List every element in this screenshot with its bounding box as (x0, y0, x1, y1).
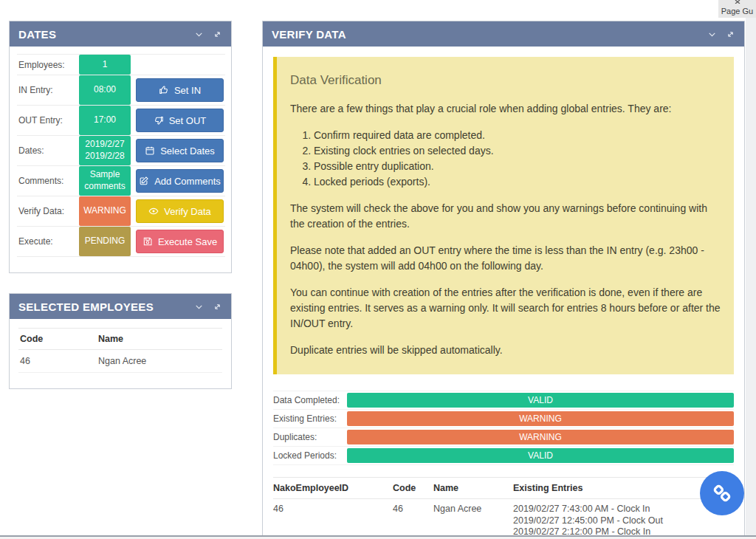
set-in-button[interactable]: Set IN (136, 78, 224, 102)
employees-table-header: Code Name (18, 328, 222, 350)
expand-icon[interactable] (213, 302, 222, 312)
existing-entries-list: 2019/02/27 7:43:00 AM - Clock In 2019/02… (513, 504, 734, 539)
callout-paragraph: The system will check the above for you … (290, 201, 721, 232)
right-gutter (746, 0, 756, 539)
nako-employee-id-cell: 46 (273, 504, 393, 539)
nako-employee-id-header: NakoEmployeeID (273, 483, 393, 493)
status-label: Existing Entries: (273, 413, 347, 424)
save-icon (142, 236, 153, 247)
thumbs-down-icon (154, 115, 164, 126)
code-column-header: Code (20, 334, 98, 344)
callout-paragraph: You can continue with creation of the en… (290, 285, 721, 332)
status-row-locked-periods: Locked Periods: VALID (273, 447, 734, 465)
clock-entry: 2019/02/27 7:43:00 AM - Clock In (513, 504, 734, 515)
set-out-button[interactable]: Set OUT (136, 109, 224, 132)
verify-data-title: VERIFY DATA (272, 28, 346, 41)
collapse-chevron-icon[interactable] (707, 30, 717, 39)
status-row-data-completed: Data Completed: VALID (273, 391, 734, 410)
employees-count-badge: 1 (79, 55, 131, 75)
dates-label: Dates: (17, 136, 79, 165)
selected-employees-header: SELECTED EMPLOYEES (10, 294, 231, 319)
execute-label: Execute: (17, 227, 79, 256)
execute-status-badge: PENDING (79, 227, 131, 256)
dates-row-verify: Verify Data: WARNING Verify Data (17, 196, 225, 226)
execute-save-button[interactable]: Execute Save (136, 230, 224, 253)
expand-icon[interactable] (726, 30, 735, 39)
dates-panel: DATES Employees: 1 IN Entry: 08:00 Set I… (9, 21, 232, 273)
collapse-chevron-icon[interactable] (194, 30, 204, 39)
dates-panel-header: DATES (10, 21, 231, 47)
employee-code: 46 (20, 356, 98, 366)
checklist-item: Possible entry duplication. (314, 159, 721, 174)
status-row-existing-entries: Existing Entries: WARNING (273, 410, 734, 428)
add-comments-button[interactable]: Add Comments (136, 169, 224, 193)
dates-row-employees: Employees: 1 (17, 54, 225, 75)
collapse-chevron-icon[interactable] (194, 302, 204, 312)
comments-value: Sample comments (79, 166, 131, 196)
set-in-label: Set IN (174, 85, 201, 96)
status-label: Locked Periods: (273, 450, 347, 461)
employee-name: Ngan Acree (98, 356, 221, 366)
checklist-item: Confirm required data are completed. (314, 128, 721, 143)
in-entry-label: IN Entry: (17, 75, 79, 105)
employee-row: 46 Ngan Acree (18, 350, 222, 373)
out-entry-value: 17:00 (79, 106, 131, 135)
select-dates-label: Select Dates (160, 145, 215, 157)
dates-row-comments: Comments: Sample comments Add Comments (17, 165, 225, 196)
callout-title: Data Verification (290, 73, 721, 88)
select-dates-button[interactable]: Select Dates (136, 139, 224, 162)
status-bar: WARNING (347, 430, 734, 444)
page-guide-button[interactable]: Page Gu (718, 0, 756, 18)
verify-data-button[interactable]: Verify Data (136, 199, 224, 223)
status-bar: VALID (347, 393, 734, 408)
name-column-header: Name (98, 334, 221, 344)
employees-label: Employees: (17, 55, 79, 75)
dates-row-out-entry: OUT Entry: 17:00 Set OUT (17, 105, 225, 135)
set-out-label: Set OUT (169, 115, 207, 126)
eye-icon (148, 206, 159, 216)
data-verification-callout: Data Verification There are a few things… (273, 57, 734, 374)
checklist-item: Locked periods (exports). (314, 174, 721, 190)
execute-save-label: Execute Save (158, 236, 217, 247)
verification-status-table: Data Completed: VALID Existing Entries: … (273, 391, 734, 465)
status-row-duplicates: Duplicates: WARNING (273, 428, 734, 447)
status-bar: VALID (347, 448, 734, 463)
page-guide-icon (735, 0, 740, 4)
calendar-icon (145, 145, 155, 156)
selected-employees-panel: SELECTED EMPLOYEES Code Name 46 Ngan Acr… (9, 293, 232, 389)
dates-row-execute: Execute: PENDING Execute Save (17, 226, 225, 257)
verify-data-button-label: Verify Data (164, 206, 211, 217)
expand-icon[interactable] (213, 30, 222, 39)
entries-table-row: 46 46 Ngan Acree 2019/02/27 7:43:00 AM -… (273, 499, 734, 539)
verify-data-header: VERIFY DATA (263, 21, 744, 47)
status-bar: WARNING (347, 411, 734, 426)
callout-intro: There are a few things that play a cruci… (290, 101, 721, 117)
entries-table-header: NakoEmployeeID Code Name Existing Entrie… (273, 477, 734, 499)
code-cell: 46 (393, 504, 433, 539)
checklist-item: Existing clock entries on selected days. (314, 143, 721, 159)
status-label: Duplicates: (273, 432, 347, 442)
callout-checklist: Confirm required data are completed. Exi… (314, 128, 721, 190)
existing-entries-table: NakoEmployeeID Code Name Existing Entrie… (273, 477, 734, 539)
out-entry-label: OUT Entry: (17, 106, 79, 135)
verify-data-panel: VERIFY DATA Data Verification There are … (262, 21, 745, 539)
code-header: Code (393, 483, 433, 493)
clock-entry: 2019/02/27 12:45:00 PM - Clock Out (513, 515, 734, 527)
callout-paragraph: Please note that added an OUT entry wher… (290, 243, 721, 274)
dates-panel-title: DATES (18, 28, 56, 41)
callout-paragraph: Duplicate entries will be skipped automa… (290, 343, 721, 358)
add-comments-label: Add Comments (154, 176, 221, 187)
selected-employees-title: SELECTED EMPLOYEES (18, 301, 154, 313)
dates-value: 2019/2/27 2019/2/28 (79, 136, 131, 165)
dates-row-dates: Dates: 2019/2/27 2019/2/28 Select Dates (17, 135, 225, 165)
in-entry-value: 08:00 (79, 75, 131, 105)
thumbs-up-icon (159, 85, 169, 95)
dates-row-in-entry: IN Entry: 08:00 Set IN (17, 75, 225, 105)
comments-label: Comments: (17, 166, 79, 196)
verify-data-label: Verify Data: (17, 196, 79, 226)
page-guide-label: Page Gu (721, 7, 753, 16)
verify-status-badge: WARNING (79, 196, 131, 226)
link-fab-button[interactable] (700, 471, 744, 515)
edit-icon (139, 176, 149, 186)
link-icon (711, 482, 733, 504)
